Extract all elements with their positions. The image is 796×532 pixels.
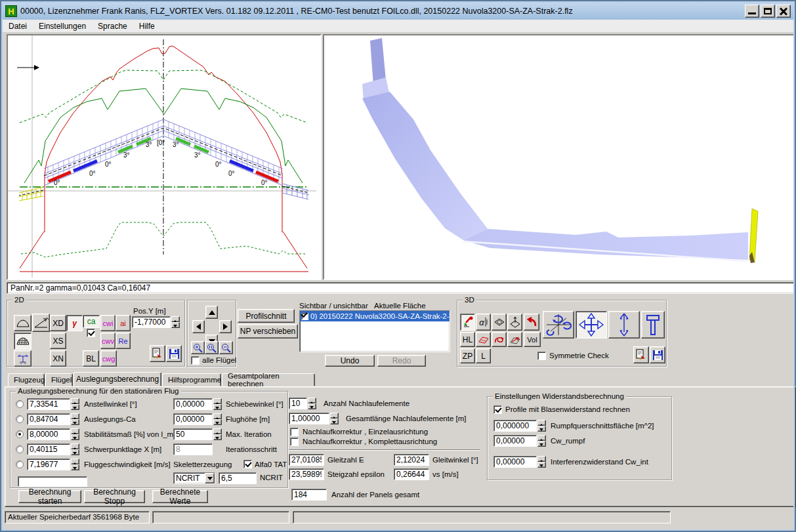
tools-button[interactable] <box>641 311 665 338</box>
cw-int-spinner[interactable] <box>537 456 546 468</box>
zoom-reset-button[interactable] <box>205 341 219 354</box>
panel-arrow-button[interactable] <box>507 332 522 347</box>
anstellwinkel-spinner[interactable] <box>71 398 79 410</box>
vortex-button[interactable] <box>492 332 507 347</box>
auslegungs-ca-radio[interactable] <box>16 415 24 423</box>
paint-mode-button[interactable] <box>460 314 475 331</box>
alfa0-tat-checkbox[interactable] <box>243 460 252 468</box>
schwerpunkt-input[interactable] <box>27 443 70 455</box>
anstellwinkel-input[interactable] <box>27 398 70 410</box>
pan-up-button[interactable] <box>205 306 218 319</box>
re-button[interactable]: Re <box>115 333 131 349</box>
save-plot-button[interactable] <box>166 345 182 362</box>
pan-left-button[interactable] <box>192 320 205 333</box>
hl-button[interactable]: HL <box>460 332 475 347</box>
surface-visible-checkbox[interactable] <box>301 313 308 320</box>
plot-2d-panel[interactable]: 0°0°0°3°3°[0°3°3°0°0°0° <box>7 34 322 280</box>
gesamtlaenge-input[interactable] <box>289 413 329 424</box>
rumpfquerschnitt-spinner[interactable] <box>537 420 546 432</box>
zoom-out-button[interactable] <box>219 341 233 354</box>
schiebewinkel-input[interactable] <box>173 398 213 410</box>
menu-sprache[interactable]: Sprache <box>92 20 133 32</box>
panel-normal-button[interactable] <box>507 314 522 331</box>
alle-fluegel-checkbox[interactable] <box>191 356 199 365</box>
alpha-view-button[interactable] <box>32 314 50 332</box>
maximize-button[interactable] <box>761 5 775 18</box>
cwv-button[interactable]: cwv <box>100 333 115 349</box>
tab-auslegungsberechnung[interactable]: Auslegungsberechnung <box>73 372 161 386</box>
menu-datei[interactable]: Datei <box>3 20 33 32</box>
minimize-button[interactable] <box>745 5 759 18</box>
zp-button[interactable]: ZP <box>460 348 475 363</box>
planform-view-button[interactable] <box>14 315 31 331</box>
flughoehe-spinner[interactable] <box>213 413 222 425</box>
schwerpunkt-radio[interactable] <box>16 445 24 453</box>
front-view-button[interactable] <box>14 350 31 367</box>
cwg-button[interactable]: cwg <box>100 350 117 367</box>
close-button[interactable] <box>776 5 791 18</box>
panel-flat-button[interactable] <box>492 314 507 331</box>
symmetrie-check-checkbox[interactable] <box>537 352 546 360</box>
zoom-in-button[interactable] <box>191 341 205 354</box>
undo-button[interactable]: Undo <box>325 355 375 367</box>
cwi-button[interactable]: cwi <box>100 315 115 331</box>
fluggeschwindigkeit-input[interactable] <box>27 459 70 470</box>
stabilitaetsmass-spinner[interactable] <box>71 428 79 440</box>
max-iteration-input[interactable] <box>173 428 213 440</box>
bl-button[interactable]: BL <box>83 350 99 367</box>
fluggeschwindigkeit-spinner[interactable] <box>71 459 79 470</box>
copy-3d-button[interactable] <box>633 346 649 363</box>
schwerpunkt-spinner[interactable] <box>71 443 79 455</box>
tab-flugzeug[interactable]: Flugzeug <box>8 373 45 386</box>
cw-rumpf-input[interactable] <box>493 435 537 447</box>
view-3d-panel[interactable] <box>323 34 795 280</box>
stabilitaetsmass-input[interactable] <box>27 428 70 440</box>
xd-button[interactable]: XD <box>50 315 66 331</box>
auslegungs-ca-input[interactable] <box>27 413 70 425</box>
vol-button[interactable]: Vol <box>524 332 541 347</box>
stretch-z-button[interactable] <box>608 311 640 338</box>
ai-button[interactable]: ai <box>115 315 131 331</box>
nachlauf-komplett-checkbox[interactable] <box>290 438 299 446</box>
posy-input[interactable] <box>132 316 171 328</box>
np-verschieben-button[interactable]: NP verschieben <box>238 324 298 338</box>
berechnung-stopp-button[interactable]: Berechnung Stopp <box>84 490 145 503</box>
menu-einstellungen[interactable]: Einstellungen <box>33 20 92 32</box>
anzahl-nachlauf-input[interactable] <box>289 398 307 409</box>
copy-plot-button[interactable] <box>150 345 165 362</box>
rumpfquerschnitt-input[interactable] <box>493 420 537 432</box>
ncrit-input[interactable] <box>219 472 257 484</box>
gamma-button[interactable]: γ <box>66 315 83 331</box>
cw-rumpf-spinner[interactable] <box>537 435 546 447</box>
menu-hilfe[interactable]: Hilfe <box>133 20 161 32</box>
berechnete-werte-button[interactable]: Berechnete Werte <box>152 490 208 503</box>
ca-button[interactable]: ca <box>83 315 100 328</box>
schiebewinkel-spinner[interactable] <box>213 398 222 410</box>
blasenwiderstand-checkbox[interactable] <box>493 405 502 414</box>
alpha-3d-button[interactable]: α <box>476 314 491 331</box>
berechnung-starten-button[interactable]: Berechnung starten <box>18 490 81 503</box>
nachlauf-einzel-checkbox[interactable] <box>290 428 299 436</box>
redo-button[interactable]: Redo <box>377 355 426 367</box>
tab-hilfsprogramme[interactable]: Hilfsprogramme <box>162 373 221 386</box>
posy-spinner[interactable] <box>171 316 180 328</box>
rotate-view-button[interactable] <box>543 311 574 338</box>
skelett-dropdown[interactable]: NCRIT <box>173 472 215 484</box>
pan-right-button[interactable] <box>219 320 232 333</box>
save-3d-button[interactable] <box>650 346 665 363</box>
auslegungs-ca-spinner[interactable] <box>71 413 79 425</box>
panel-red-button[interactable] <box>476 332 491 347</box>
reset-view-button[interactable] <box>524 314 539 331</box>
tab-gesamtpolaren[interactable]: Gesamtpolaren berechnen <box>222 373 315 386</box>
gesamtlaenge-spinner[interactable] <box>330 413 339 424</box>
stabilitaetsmass-radio[interactable] <box>16 430 24 438</box>
profilschnitt-button[interactable]: Profilschnitt <box>238 309 295 323</box>
anzahl-nachlauf-spinner[interactable] <box>308 398 316 409</box>
move-view-button[interactable] <box>576 311 607 338</box>
title-bar[interactable]: H 00000, Lizenznehmer Frank Ranis, FLZ_V… <box>3 3 793 20</box>
xs-button[interactable]: XS <box>50 333 66 349</box>
xn-button[interactable]: XN <box>50 350 66 367</box>
flughoehe-input[interactable] <box>173 413 213 425</box>
ca-checkbox[interactable] <box>87 329 95 337</box>
dropdown-arrow-button[interactable] <box>205 473 215 483</box>
